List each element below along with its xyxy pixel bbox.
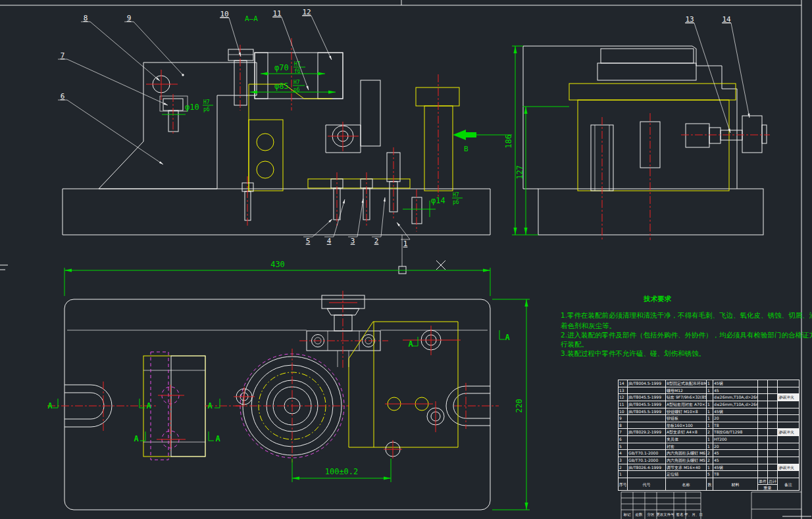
- bom-cell-code: [628, 415, 666, 422]
- callout-1: 1: [403, 239, 408, 248]
- slotted-screw: [228, 45, 253, 111]
- bom-cell-no: 1: [619, 471, 628, 478]
- bom-cell-remark: [778, 408, 799, 416]
- title-block-grid: 标记 处数 分区 更改文件号 签名 年、月、日: [621, 492, 801, 519]
- tech-requirements: 技术要求 1.零件在装配前必须清理和清洗干净，不得有毛刺、飞边、氧化皮、锈蚀、切…: [561, 295, 812, 357]
- view-arrow-b-icon: B: [453, 130, 512, 153]
- bom-cell-code: JB/T8026.4-1999: [628, 464, 666, 472]
- bottom-fasteners: [242, 147, 417, 232]
- bom-cell-remark: [778, 401, 799, 408]
- bom-cell-qty: 1: [707, 443, 713, 451]
- bom-cell-name: 铰链板: [666, 415, 707, 422]
- bom-cell-remark: [778, 457, 799, 464]
- bom-cell-unit: [758, 443, 768, 451]
- bom-cell-no: 2: [619, 464, 628, 472]
- cad-drawing-sheet: φ70 H7 f6 φ85 H7 p6 φ10 H7 p6 φ14 H7 p6 …: [0, 0, 812, 519]
- dim-depth-220: 220: [492, 299, 530, 510]
- bom-cell-unit: [758, 429, 768, 436]
- callout-4: 4: [327, 237, 332, 245]
- bom-cell-total: [768, 450, 778, 457]
- callout-7: 7: [61, 51, 65, 60]
- callout-9: 9: [127, 14, 132, 22]
- bom-table: 14JB/T8004.5-1999B型固定式装配吊环BM12145钢13螺母M1…: [618, 380, 799, 491]
- bom-cell-total: [768, 387, 778, 395]
- bom-cell-qty: [707, 394, 713, 401]
- tech-requirements-title: 技术要求: [643, 295, 672, 303]
- bom-cell-no: 11: [619, 401, 628, 408]
- bom-cell-material: 45: [713, 457, 758, 464]
- svg-text:220: 220: [515, 399, 524, 413]
- front-dimensions: φ70 H7 f6 φ85 H7 p6 φ10 H7 p6 φ14 H7 p6 …: [162, 14, 463, 217]
- bom-cell-name: 衬套: [666, 443, 707, 451]
- bom-cell-unit: [758, 450, 768, 457]
- bom-cell-code: [628, 471, 666, 478]
- bom-cell-remark: [778, 436, 799, 443]
- svg-text:年、月、日: 年、月、日: [684, 512, 703, 517]
- bom-cell-remark: [778, 415, 799, 422]
- bom-cell-qty: 1: [707, 436, 713, 443]
- knurled-knob: [742, 116, 762, 153]
- bom-cell-code: [628, 422, 666, 430]
- guide-cylinders: [591, 122, 660, 191]
- svg-text:p6: p6: [293, 87, 300, 93]
- bom-cell-name: 垫板160×100: [666, 422, 707, 430]
- bom-cell-remark: [778, 450, 799, 457]
- svg-text:行装配。: 行装配。: [561, 340, 588, 348]
- bom-cell-no: 5: [619, 443, 628, 451]
- callout-10: 10: [220, 10, 228, 18]
- bom-cell-qty: 2: [707, 429, 713, 436]
- bom-cell-qty: 1: [707, 380, 713, 387]
- bom-cell-code: JB/T8045.5-1999: [628, 408, 666, 416]
- bom-cell-code: JB/T8045.5-1999: [628, 401, 666, 408]
- bom-cell-total: [768, 471, 778, 478]
- bom-cell-material: 45: [713, 387, 758, 395]
- callout-8: 8: [84, 14, 88, 22]
- bom-cell-code: JB/T8029.2-1999: [628, 429, 666, 436]
- svg-text:标记: 标记: [623, 512, 632, 517]
- bom-cell-name: 螺母M12: [666, 387, 707, 395]
- bom-cell-total: [768, 436, 778, 443]
- bom-cell-material: 20: [713, 443, 758, 451]
- right-u-slot: [446, 383, 499, 429]
- bom-cell-no: 4: [619, 450, 628, 457]
- bom-cell-material: T8: [713, 422, 758, 430]
- bom-cell-name: 铰链螺钉 M10×8: [666, 408, 707, 416]
- bom-cell-remark: 渗碳淬火: [778, 394, 799, 401]
- svg-text:A: A: [215, 434, 220, 443]
- bom-cell-unit: [758, 380, 768, 387]
- bom-header-remark: 备注: [778, 478, 799, 491]
- clamp-screw-knob: [686, 116, 767, 153]
- bom-cell-total: [768, 394, 778, 401]
- bom-cell-code: JB/T8004.5-1999: [628, 380, 666, 387]
- bom-row: 1定位销5T8: [619, 471, 799, 478]
- bom-row: 5衬套120: [619, 443, 799, 451]
- svg-text:p6: p6: [203, 107, 210, 112]
- svg-text:着色剂和灰尘等。: 着色剂和灰尘等。: [561, 322, 616, 330]
- bom-row: 2JB/T8026.4-1999调节支承 M16×40145钢渗碳淬火: [619, 464, 799, 472]
- bom-cell-material: 45钢: [713, 380, 758, 387]
- central-bore: [234, 349, 349, 462]
- callout-11: 11: [272, 9, 281, 18]
- bom-cell-qty: 1: [707, 401, 713, 408]
- bom-row: 14JB/T8004.5-1999B型固定式装配吊环BM12145钢: [619, 380, 799, 387]
- svg-text:A: A: [146, 401, 151, 410]
- bom-header-no: 序号: [619, 478, 628, 491]
- bom-cell-unit: [758, 394, 768, 401]
- bom-cell-remark: 渗碳淬火: [778, 429, 799, 436]
- bom-cell-total: [768, 415, 778, 422]
- bom-cell-unit: [758, 471, 768, 478]
- svg-text:2.进入装配的零件及部件（包括外购件、外协件），均必须具有检: 2.进入装配的零件及部件（包括外购件、外协件），均必须具有检验部门的合格证方能进: [561, 331, 812, 339]
- bom-cell-name: 夹具体: [666, 436, 707, 443]
- bom-row: 12JB/T8045.5-1999钻套 9F7/9h6×32(85)/7m6×5…: [619, 394, 799, 401]
- svg-text:φ14: φ14: [431, 196, 445, 205]
- svg-text:A: A: [134, 434, 139, 443]
- callout-3: 3: [351, 237, 355, 245]
- svg-text:φ10: φ10: [185, 103, 199, 112]
- bom-cell-material: d≤26mm,T10A,d>26mm,20钢: [713, 394, 758, 401]
- plan-view: A A A A A A A 430 220 100±0.2: [47, 260, 530, 510]
- callout-14: 14: [722, 15, 731, 24]
- bom-cell-code: [628, 443, 666, 451]
- svg-text:p6: p6: [453, 199, 459, 205]
- bom-cell-name: A型钻套用衬套 A70×35: [666, 401, 707, 408]
- bom-row: 6夹具体1HT200: [619, 436, 799, 443]
